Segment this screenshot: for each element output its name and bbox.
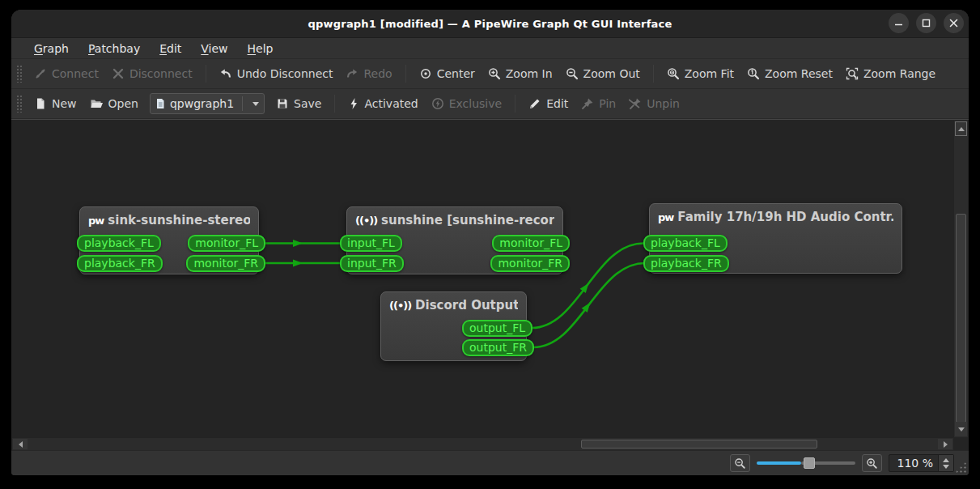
disconnect-icon (112, 67, 125, 80)
horizontal-scrollbar[interactable] (12, 437, 953, 450)
toolbar-separator (653, 65, 654, 83)
app-window: qpwgraph1 [modified] — A PipeWire Graph … (11, 10, 969, 475)
center-button[interactable]: Center (413, 64, 482, 83)
scroll-right-button[interactable] (938, 439, 952, 449)
zoom-slider-fill (757, 461, 801, 465)
menu-patchbay[interactable]: Patchbay (80, 40, 148, 57)
disconnect-button[interactable]: Disconnect (105, 64, 199, 83)
zoom-spinbox[interactable]: 110 % (889, 454, 954, 472)
zoom-fit-button[interactable]: Zoom Fit (660, 64, 740, 83)
connections-layer (12, 121, 952, 437)
close-button[interactable] (944, 13, 964, 33)
menu-graph[interactable]: Graph (26, 40, 77, 57)
exclusive-button[interactable]: Exclusive (425, 94, 508, 113)
zoom-out-icon (566, 67, 579, 80)
zoom-reset-icon (747, 67, 760, 80)
port-input[interactable]: input_FL (340, 235, 402, 252)
undo-icon (219, 67, 232, 80)
scroll-up-button[interactable] (955, 121, 967, 136)
maximize-icon (922, 19, 931, 28)
port-output[interactable]: monitor_FL (492, 235, 570, 252)
patchbay-combobox-value: qpwgraph1 (170, 97, 234, 110)
new-button[interactable]: New (28, 94, 83, 113)
zoom-spin-buttons[interactable] (938, 455, 953, 471)
port-output[interactable]: output_FR (462, 339, 534, 356)
toolbar-separator (405, 65, 406, 83)
zoom-in-button[interactable]: Zoom In (482, 64, 559, 83)
connect-button[interactable]: Connect (28, 64, 105, 83)
pin-button[interactable]: Pin (575, 94, 622, 113)
graph-canvas[interactable]: pw sink-sunshine-stereo ((•)) sunshine [… (12, 121, 953, 437)
pipewire-icon: pw (88, 215, 104, 227)
zoom-reset-button[interactable]: Zoom Reset (740, 64, 839, 83)
status-zoom-out-button[interactable] (730, 454, 750, 472)
port-output[interactable]: monitor_FR (186, 255, 265, 272)
zoom-out-icon (734, 457, 746, 470)
minimize-button[interactable] (889, 13, 909, 33)
spin-down-icon (943, 465, 949, 469)
zoom-slider[interactable] (757, 457, 855, 470)
maximize-button[interactable] (916, 13, 936, 33)
activated-button[interactable]: Activated (342, 94, 424, 113)
status-zoom-in-button[interactable] (862, 454, 882, 472)
port-input[interactable]: input_FR (340, 255, 404, 272)
unpin-button[interactable]: Unpin (622, 94, 686, 113)
vertical-scrollbar-thumb[interactable] (956, 214, 966, 423)
patchbay-combobox[interactable]: qpwgraph1 (150, 93, 265, 114)
window-title: qpwgraph1 [modified] — A PipeWire Graph … (11, 18, 969, 30)
redo-button[interactable]: Redo (339, 64, 398, 83)
toolbar-graph: Connect Disconnect Undo Disconnect Redo … (11, 59, 969, 89)
window-resize-grip[interactable] (955, 461, 966, 473)
menu-view[interactable]: View (193, 40, 235, 57)
open-folder-icon (90, 97, 104, 110)
toolbar-separator (334, 95, 335, 113)
zoom-range-button[interactable]: Zoom Range (839, 64, 942, 83)
open-button[interactable]: Open (83, 94, 145, 113)
save-button[interactable]: Save (269, 94, 328, 113)
menu-edit[interactable]: Edit (151, 40, 189, 57)
port-output[interactable]: monitor_FL (188, 235, 265, 252)
scroll-left-button[interactable] (13, 439, 28, 449)
status-bar: 110 % (11, 450, 969, 475)
zoom-fit-icon (667, 67, 680, 80)
zoom-slider-handle[interactable] (804, 457, 815, 469)
pipewire-icon: pw (658, 211, 673, 223)
broadcast-icon: ((•)) (355, 215, 377, 227)
port-input[interactable]: playback_FL (643, 235, 728, 252)
zoom-range-icon (846, 67, 859, 80)
spin-up-icon (943, 458, 949, 462)
undo-button[interactable]: Undo Disconnect (213, 64, 340, 83)
menu-bar: Graph Patchbay Edit View Help (11, 38, 969, 59)
port-input[interactable]: playback_FR (77, 255, 163, 272)
minimize-icon (894, 19, 903, 28)
horizontal-scrollbar-thumb[interactable] (581, 440, 817, 449)
node-title: sink-sunshine-stereo (108, 213, 250, 227)
graph-canvas-frame: pw sink-sunshine-stereo ((•)) sunshine [… (11, 119, 969, 450)
close-icon (949, 19, 958, 28)
zoom-in-icon (488, 67, 501, 80)
connect-icon (34, 67, 47, 80)
port-output[interactable]: monitor_FR (490, 255, 570, 272)
node-title: Family 17h/19h HD Audio Contr... (677, 210, 893, 224)
zoom-out-button[interactable]: Zoom Out (559, 64, 647, 83)
arrow-right-icon (944, 441, 948, 448)
port-output[interactable]: output_FL (462, 320, 532, 337)
port-input[interactable]: playback_FL (77, 235, 161, 252)
title-bar[interactable]: qpwgraph1 [modified] — A PipeWire Graph … (11, 10, 969, 38)
new-file-icon (34, 97, 47, 110)
arrow-up-icon (958, 127, 965, 131)
connection-outputFR-playbackFR[interactable] (533, 263, 645, 347)
scroll-down-button[interactable] (955, 422, 967, 436)
toolbar-drag-handle[interactable] (16, 65, 23, 83)
menu-help[interactable]: Help (240, 40, 282, 57)
arrow-down-icon (958, 427, 965, 432)
edit-button[interactable]: Edit (522, 94, 575, 113)
pin-icon (581, 97, 594, 110)
toolbar-separator (206, 65, 206, 83)
port-input[interactable]: playback_FR (643, 255, 729, 272)
center-icon (419, 67, 432, 80)
node-title: Discord Output (415, 298, 518, 313)
toolbar-drag-handle[interactable] (16, 95, 23, 113)
toolbar-separator (515, 95, 515, 113)
vertical-scrollbar[interactable] (953, 121, 968, 437)
